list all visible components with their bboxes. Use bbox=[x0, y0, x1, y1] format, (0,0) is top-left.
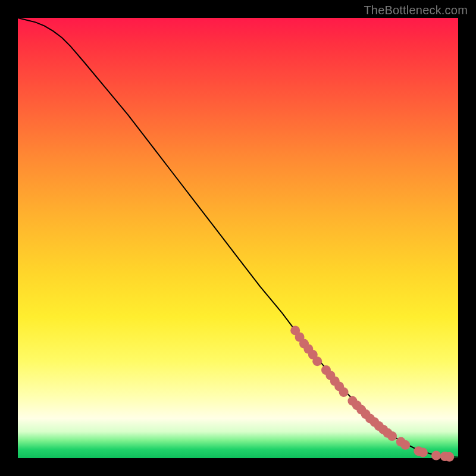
marker-group bbox=[290, 325, 454, 461]
data-point bbox=[312, 356, 322, 366]
chart-svg bbox=[18, 18, 458, 458]
plot-area bbox=[18, 18, 458, 458]
data-point bbox=[418, 447, 428, 457]
data-point bbox=[444, 452, 454, 462]
data-point bbox=[400, 440, 410, 450]
data-point bbox=[387, 431, 397, 441]
curve-line bbox=[18, 18, 458, 458]
chart-frame: TheBottleneck.com bbox=[0, 0, 476, 476]
data-point bbox=[339, 387, 349, 397]
data-point bbox=[431, 451, 441, 461]
watermark-text: TheBottleneck.com bbox=[364, 4, 468, 17]
